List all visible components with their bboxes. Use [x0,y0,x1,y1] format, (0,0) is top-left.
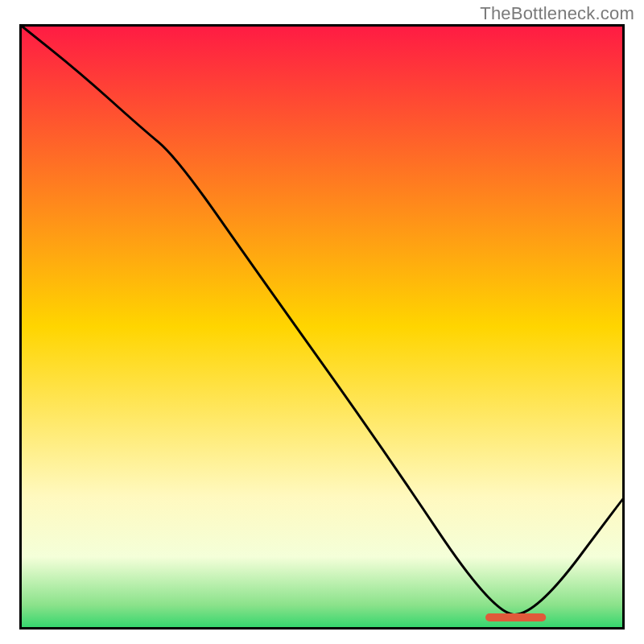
plot-area [19,24,625,630]
attribution-label: TheBottleneck.com [480,3,634,24]
heat-gradient-background [19,24,625,630]
chart-svg [19,24,625,630]
optimal-range-marker [485,613,546,621]
chart-container: TheBottleneck.com [0,0,644,644]
